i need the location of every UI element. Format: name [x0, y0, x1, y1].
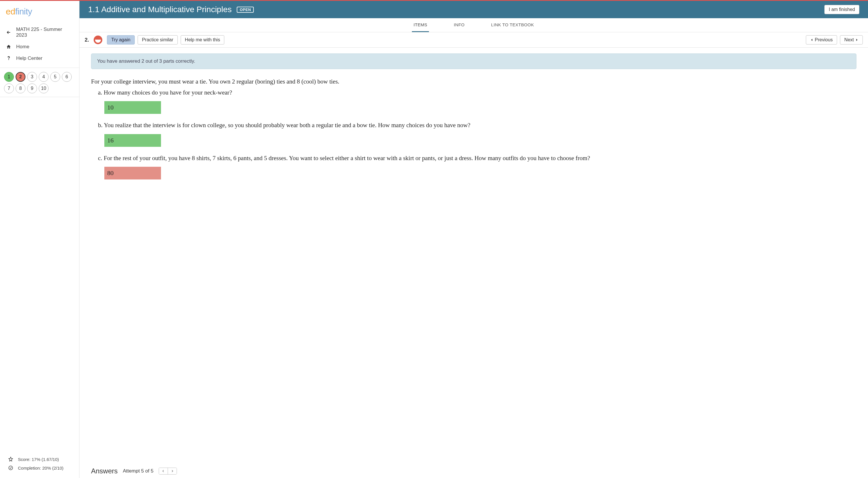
part-label: a.	[98, 89, 104, 96]
star-icon	[8, 457, 13, 462]
sidebar: edfinity MATH 225 - Summer 2023 Home Hel…	[0, 1, 80, 478]
nav-home-label: Home	[16, 44, 29, 50]
part-text: You realize that the interview is for cl…	[104, 122, 470, 129]
sidebar-divider	[0, 68, 79, 68]
answer-input-c[interactable]	[104, 167, 161, 180]
attempt-nav	[159, 468, 177, 475]
nav-help-label: Help Center	[16, 56, 42, 61]
question-nav-2[interactable]: 2	[16, 72, 25, 82]
attempt-text: Attempt 5 of 5	[123, 468, 153, 474]
chevron-right-icon	[855, 38, 859, 42]
question-nav-10[interactable]: 10	[39, 84, 49, 93]
question-part: b. You realize that the interview is for…	[98, 121, 857, 147]
answer-input-a[interactable]	[104, 101, 161, 114]
part-label: b.	[98, 122, 104, 129]
question-nav-8[interactable]: 8	[16, 84, 25, 93]
page-header: 1.1 Additive and Multiplicative Principl…	[80, 1, 868, 18]
question-nav-6[interactable]: 6	[62, 72, 72, 82]
main-area: 1.1 Additive and Multiplicative Principl…	[80, 1, 868, 478]
question-number: 2.	[85, 37, 89, 43]
nav-home[interactable]: Home	[0, 41, 79, 53]
sidebar-footer: Score: 17% (1.67/10) Completion: 20% (2/…	[0, 450, 79, 478]
check-circle-icon	[8, 465, 13, 471]
next-button[interactable]: Next	[840, 35, 863, 44]
nav-help-center[interactable]: Help Center	[0, 53, 79, 64]
question-body: For your college interview, you must wea…	[91, 77, 857, 180]
home-icon	[6, 44, 11, 50]
part-text: How many choices do you have for your ne…	[104, 89, 232, 96]
practice-similar-button[interactable]: Practice similar	[137, 35, 178, 44]
question-icon	[6, 56, 11, 61]
finished-button[interactable]: I am finished	[824, 5, 859, 14]
question-intro: For your college interview, you must wea…	[91, 77, 857, 87]
open-badge: OPEN	[237, 7, 254, 13]
question-nav-5[interactable]: 5	[50, 72, 60, 82]
question-nav-7[interactable]: 7	[4, 84, 14, 93]
logo-part2: finity	[15, 7, 32, 16]
part-text: For the rest of your outfit, you have 8 …	[104, 155, 590, 162]
score-text: Score: 17% (1.67/10)	[18, 457, 59, 462]
part-label: c.	[98, 155, 104, 162]
question-nav-4[interactable]: 4	[39, 72, 49, 82]
next-label: Next	[844, 37, 854, 42]
tabs: ITEMS INFO LINK TO TEXTBOOK	[80, 18, 868, 32]
answers-bar: Answers Attempt 5 of 5	[80, 465, 868, 478]
attempt-next-button[interactable]	[168, 468, 177, 474]
attempt-prev-button[interactable]	[159, 468, 168, 474]
sidebar-divider-2	[0, 97, 79, 97]
question-nav-3[interactable]: 3	[27, 72, 37, 82]
tab-items[interactable]: ITEMS	[412, 18, 429, 32]
answer-input-b[interactable]	[104, 134, 161, 147]
feedback-alert: You have answered 2 out of 3 parts corre…	[91, 54, 857, 69]
page-title: 1.1 Additive and Multiplicative Principl…	[88, 5, 231, 14]
arrow-left-icon	[6, 30, 11, 35]
nav-course-label: MATH 225 - Summer 2023	[16, 27, 73, 38]
question-part: c. For the rest of your outfit, you have…	[98, 154, 857, 180]
logo[interactable]: edfinity	[0, 1, 79, 24]
logo-part1: ed	[6, 7, 15, 16]
question-toolbar: 2. Try again Practice similar Help me wi…	[80, 32, 868, 48]
content-area: You have answered 2 out of 3 parts corre…	[80, 48, 868, 465]
previous-button[interactable]: Previous	[806, 35, 837, 44]
answers-title: Answers	[91, 467, 118, 475]
question-grid: 12345678910	[0, 72, 79, 93]
question-nav-1[interactable]: 1	[4, 72, 14, 82]
nav-course-back[interactable]: MATH 225 - Summer 2023	[0, 24, 79, 41]
svg-point-0	[9, 466, 13, 470]
status-sad-icon	[94, 36, 102, 44]
previous-label: Previous	[815, 37, 833, 42]
completion-text: Completion: 20% (2/10)	[18, 466, 64, 471]
help-me-button[interactable]: Help me with this	[181, 35, 225, 44]
try-again-button[interactable]: Try again	[107, 35, 135, 44]
question-nav-9[interactable]: 9	[27, 84, 37, 93]
chevron-left-icon	[810, 38, 814, 42]
tab-link-textbook[interactable]: LINK TO TEXTBOOK	[489, 18, 536, 32]
tab-info[interactable]: INFO	[452, 18, 466, 32]
question-part: a. How many choices do you have for your…	[98, 88, 857, 114]
